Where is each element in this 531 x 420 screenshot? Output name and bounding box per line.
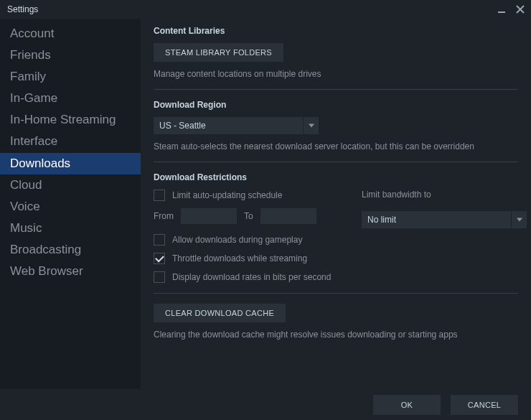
restrictions-right-col: Limit bandwidth to No limit [362,190,527,234]
allow-gameplay-checkbox[interactable] [154,234,165,246]
body: Account Friends Family In-Game In-Home S… [0,19,531,389]
to-time-input[interactable] [260,208,316,224]
sidebar-item-label: Music [10,221,42,235]
limit-schedule-checkbox[interactable] [154,190,165,201]
content-libraries-hint: Manage content locations on multiple dri… [154,69,518,79]
cancel-button[interactable]: CANCEL [451,395,518,415]
allow-gameplay-row: Allow downloads during gameplay [154,234,518,246]
bandwidth-limit-value: No limit [362,215,511,225]
limit-schedule-label[interactable]: Limit auto-updating schedule [172,190,282,200]
sidebar-item-music[interactable]: Music [0,218,141,239]
sidebar-item-web-browser[interactable]: Web Browser [0,261,141,282]
sidebar-item-voice[interactable]: Voice [0,196,141,218]
sidebar-item-label: Voice [10,200,40,213]
sidebar-item-label: Downloads [10,157,70,170]
sidebar-item-label: Family [10,70,46,83]
sidebar-item-friends[interactable]: Friends [0,45,141,66]
sidebar-item-label: Interface [10,134,57,148]
window-controls [497,4,525,14]
section-title-content-libraries: Content Libraries [154,26,518,36]
chevron-down-icon [511,211,527,228]
divider [154,89,518,90]
svg-marker-4 [517,218,522,222]
clear-download-cache-button[interactable]: CLEAR DOWNLOAD CACHE [154,304,286,322]
cache-hint: Clearing the download cache might resolv… [154,330,518,340]
throttle-streaming-row: Throttle downloads while streaming [154,253,518,264]
sidebar-item-label: Cloud [10,178,42,192]
window-title: Settings [7,4,38,14]
section-title-download-region: Download Region [154,100,518,110]
chevron-down-icon [303,117,319,134]
section-title-download-restrictions: Download Restrictions [154,172,518,182]
restrictions-left-col: Limit auto-updating schedule From To [154,190,333,234]
sidebar-item-family[interactable]: Family [0,66,141,88]
bandwidth-label: Limit bandwidth to [362,190,527,200]
svg-marker-3 [309,124,314,128]
sidebar-item-interface[interactable]: Interface [0,131,141,152]
sidebar: Account Friends Family In-Game In-Home S… [0,19,141,389]
sidebar-item-cloud[interactable]: Cloud [0,174,141,196]
main-panel: Content Libraries STEAM LIBRARY FOLDERS … [141,19,531,389]
sidebar-item-account[interactable]: Account [0,23,141,45]
restrictions-grid: Limit auto-updating schedule From To Lim… [154,190,518,234]
sidebar-item-label: Friends [10,48,51,62]
throttle-streaming-checkbox[interactable] [154,253,165,264]
throttle-streaming-label[interactable]: Throttle downloads while streaming [172,253,307,263]
display-bits-checkbox[interactable] [154,271,165,283]
sidebar-item-label: In-Home Streaming [10,113,116,126]
footer: OK CANCEL [0,389,531,420]
limit-schedule-row: Limit auto-updating schedule [154,190,333,201]
download-region-hint: Steam auto-selects the nearest download … [154,141,518,151]
ok-button[interactable]: OK [373,395,441,415]
download-region-value: US - Seattle [154,121,303,131]
divider [154,293,518,294]
sidebar-item-downloads[interactable]: Downloads [0,153,141,174]
allow-gameplay-label[interactable]: Allow downloads during gameplay [172,235,302,245]
steam-library-folders-button[interactable]: STEAM LIBRARY FOLDERS [154,43,283,62]
divider [154,162,518,162]
display-bits-label[interactable]: Display download rates in bits per secon… [172,272,331,282]
sidebar-item-label: Account [10,27,54,40]
download-region-select[interactable]: US - Seattle [154,117,319,134]
minimize-icon[interactable] [497,4,507,14]
from-time-input[interactable] [181,208,237,224]
sidebar-item-in-game[interactable]: In-Game [0,88,141,109]
from-label: From [154,211,174,221]
to-label: To [244,211,253,221]
sidebar-item-broadcasting[interactable]: Broadcasting [0,239,141,261]
sidebar-item-label: Web Browser [10,264,83,278]
sidebar-item-label: In-Game [10,91,57,105]
sidebar-item-label: Broadcasting [10,243,81,256]
sidebar-item-in-home-streaming[interactable]: In-Home Streaming [0,109,141,131]
bandwidth-limit-select[interactable]: No limit [362,211,527,228]
display-bits-row: Display download rates in bits per secon… [154,271,518,283]
titlebar: Settings [0,0,531,19]
close-icon[interactable] [515,4,525,14]
time-from-to-row: From To [154,208,333,224]
